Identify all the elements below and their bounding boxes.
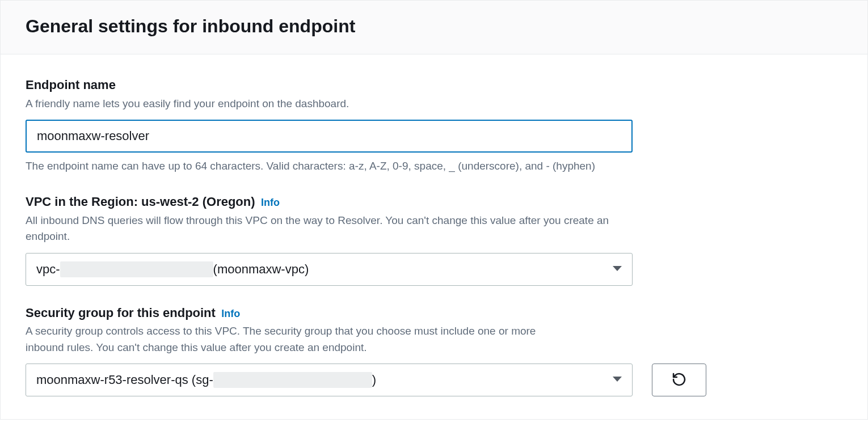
vpc-info-link[interactable]: Info: [261, 197, 280, 208]
endpoint-name-constraint: The endpoint name can have up to 64 char…: [26, 158, 842, 175]
panel-header: General settings for inbound endpoint: [1, 1, 867, 54]
endpoint-name-hint: A friendly name lets you easily find you…: [26, 96, 616, 112]
endpoint-name-label: Endpoint name: [26, 77, 842, 94]
panel-body: Endpoint name A friendly name lets you e…: [1, 54, 867, 419]
vpc-hint: All inbound DNS queries will flow throug…: [26, 213, 616, 245]
vpc-select[interactable]: vpc- (moonmaxw-vpc): [26, 253, 633, 286]
security-group-select[interactable]: moonmaxw-r53-resolver-qs (sg-): [26, 364, 633, 396]
security-group-group: Security group for this endpoint Info A …: [26, 305, 842, 397]
vpc-group: VPC in the Region: us-west-2 (Oregon) In…: [26, 194, 842, 286]
security-group-selected-suffix: ): [372, 373, 376, 387]
security-group-id-redacted: [213, 372, 372, 388]
security-group-label: Security group for this endpoint: [26, 306, 216, 320]
security-group-info-link[interactable]: Info: [221, 308, 240, 319]
security-group-selected-prefix: moonmaxw-r53-resolver-qs (sg-: [36, 373, 213, 387]
endpoint-name-input[interactable]: [26, 120, 633, 153]
refresh-button[interactable]: [652, 364, 706, 396]
vpc-selected-suffix: (moonmaxw-vpc): [213, 262, 309, 277]
vpc-label: VPC in the Region: us-west-2 (Oregon): [26, 195, 255, 209]
general-settings-panel: General settings for inbound endpoint En…: [0, 0, 868, 420]
panel-title: General settings for inbound endpoint: [26, 15, 842, 37]
endpoint-name-group: Endpoint name A friendly name lets you e…: [26, 77, 842, 175]
vpc-id-redacted: [60, 261, 213, 277]
refresh-icon: [671, 371, 687, 389]
security-group-hint: A security group controls access to this…: [26, 323, 570, 356]
vpc-selected-prefix: vpc-: [36, 262, 60, 277]
